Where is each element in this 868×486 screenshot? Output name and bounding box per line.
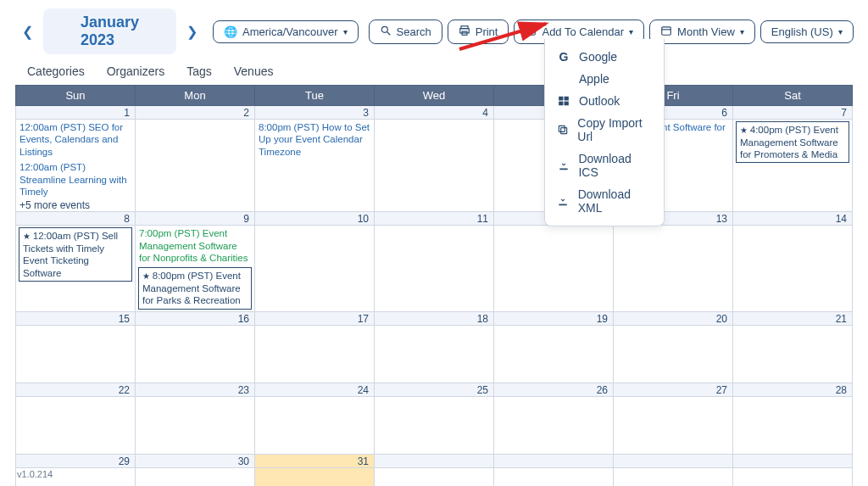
day-cell[interactable] xyxy=(136,467,255,486)
calendar-event[interactable]: 12:00am (PST) Streamline Learning with T… xyxy=(16,159,135,199)
menu-google[interactable]: G Google xyxy=(545,46,664,68)
day-number-cell[interactable]: 23 xyxy=(136,383,255,396)
filter-tags[interactable]: Tags xyxy=(186,64,212,78)
day-cell[interactable] xyxy=(136,325,255,383)
menu-outlook[interactable]: Outlook xyxy=(545,90,664,112)
next-month-button[interactable]: ❯ xyxy=(181,20,203,43)
day-number-cell[interactable]: 8 xyxy=(16,212,136,226)
day-cell[interactable] xyxy=(16,325,136,383)
menu-copy-url[interactable]: Copy Import Url xyxy=(545,112,664,148)
current-month-title[interactable]: January 2023 xyxy=(43,8,176,54)
day-number-cell[interactable]: 25 xyxy=(375,383,494,396)
day-cell[interactable] xyxy=(733,467,853,486)
day-number-cell[interactable]: 2 xyxy=(136,106,255,120)
day-number-cell[interactable]: 14 xyxy=(733,212,853,226)
day-number-cell[interactable]: 20 xyxy=(614,311,733,325)
day-number-cell[interactable]: 21 xyxy=(733,311,853,325)
search-button[interactable]: Search xyxy=(369,20,442,44)
day-cell[interactable]: 12:00am (PST) SEO for Events, Calendars … xyxy=(16,120,136,212)
day-cell[interactable]: 12:00am (PST) Sell Tickets with Timely E… xyxy=(16,226,136,311)
day-number-cell[interactable]: 31 xyxy=(255,454,375,467)
calendar-event[interactable]: 12:00am (PST) SEO for Events, Calendars … xyxy=(16,120,135,159)
day-number-cell[interactable] xyxy=(733,454,853,467)
filter-organizers[interactable]: Organizers xyxy=(107,64,164,78)
print-icon xyxy=(459,25,470,39)
day-number-cell[interactable]: 10 xyxy=(255,212,375,226)
windows-icon xyxy=(557,95,570,107)
day-cell[interactable] xyxy=(375,467,494,486)
calendar-event[interactable]: 8:00pm (PST) Event Management Software f… xyxy=(138,267,252,309)
day-number-cell[interactable]: 18 xyxy=(375,311,494,325)
calendar-event[interactable]: 12:00am (PST) Sell Tickets with Timely E… xyxy=(19,227,132,282)
day-number-cell[interactable]: 22 xyxy=(16,383,136,396)
day-number-cell[interactable]: 9 xyxy=(136,212,255,226)
day-number-cell[interactable]: 16 xyxy=(136,311,255,325)
menu-download-xml[interactable]: Download XML xyxy=(545,183,664,219)
day-cell[interactable] xyxy=(16,396,136,454)
day-cell[interactable] xyxy=(614,325,733,383)
calendar-grid: SunMonTueWedThuFriSat 123456712:00am (PS… xyxy=(15,85,853,486)
day-cell[interactable] xyxy=(375,396,494,454)
language-selector[interactable]: English (US) ▾ xyxy=(760,20,854,43)
day-number-cell[interactable]: 1 xyxy=(16,106,136,120)
menu-download-ics[interactable]: Download ICS xyxy=(545,148,664,183)
language-label: English (US) xyxy=(771,25,833,38)
day-number-cell[interactable]: 19 xyxy=(494,311,614,325)
toolbar: ❮ January 2023 ❯ 🌐 America/Vancouver ▾ S… xyxy=(0,0,868,58)
day-cell[interactable] xyxy=(255,396,375,454)
day-number-cell[interactable]: 17 xyxy=(255,311,375,325)
day-number-cell[interactable]: 27 xyxy=(614,383,733,396)
svg-point-0 xyxy=(381,26,387,32)
view-selector[interactable]: Month View ▾ xyxy=(649,20,755,44)
filter-venues[interactable]: Venues xyxy=(234,64,274,78)
chevron-down-icon: ▾ xyxy=(740,27,744,36)
day-cell[interactable] xyxy=(494,467,614,486)
day-cell[interactable] xyxy=(136,396,255,454)
calendar-event[interactable]: 7:00pm (PST) Event Management Software f… xyxy=(136,226,254,265)
day-cell[interactable]: 8:00pm (PST) How to Set Up your Event Ca… xyxy=(255,120,375,212)
day-cell[interactable]: 4:00pm (PST) Event Management Software f… xyxy=(733,120,853,212)
day-number-cell[interactable] xyxy=(375,454,494,467)
print-button[interactable]: Print xyxy=(448,20,509,44)
search-icon xyxy=(380,25,392,39)
day-number-cell[interactable]: 30 xyxy=(136,454,255,467)
day-cell[interactable] xyxy=(494,396,614,454)
filter-categories[interactable]: Categories xyxy=(27,64,85,78)
day-cell[interactable] xyxy=(375,325,494,383)
day-number-cell[interactable] xyxy=(614,454,733,467)
day-number-cell[interactable]: 28 xyxy=(733,383,853,396)
menu-apple[interactable]: Apple xyxy=(545,68,664,90)
day-cell[interactable] xyxy=(255,325,375,383)
day-cell[interactable]: 7:00pm (PST) Event Management Software f… xyxy=(136,226,255,311)
day-cell[interactable] xyxy=(614,467,733,486)
day-number-cell[interactable]: 7 xyxy=(733,106,853,120)
svg-rect-15 xyxy=(561,128,567,134)
day-number-cell[interactable] xyxy=(494,454,614,467)
day-cell[interactable] xyxy=(733,325,853,383)
more-events-link[interactable]: +5 more events xyxy=(16,199,135,211)
day-number-cell[interactable]: 26 xyxy=(494,383,614,396)
day-number-cell[interactable]: 4 xyxy=(375,106,494,120)
prev-month-button[interactable]: ❮ xyxy=(17,20,38,43)
day-cell[interactable] xyxy=(733,396,853,454)
day-cell[interactable] xyxy=(494,325,614,383)
calendar-event[interactable]: 8:00pm (PST) How to Set Up your Event Ca… xyxy=(255,120,374,159)
day-cell[interactable] xyxy=(494,226,614,311)
timezone-selector[interactable]: 🌐 America/Vancouver ▾ xyxy=(213,20,358,43)
day-cell[interactable] xyxy=(136,120,255,212)
day-cell[interactable] xyxy=(614,396,733,454)
google-icon: G xyxy=(557,50,570,64)
day-cell[interactable] xyxy=(255,467,375,486)
day-number-cell[interactable]: 3 xyxy=(255,106,375,120)
day-cell[interactable] xyxy=(614,226,733,311)
day-cell[interactable] xyxy=(375,120,494,212)
day-cell[interactable] xyxy=(733,226,853,311)
day-number-cell[interactable]: 24 xyxy=(255,383,375,396)
menu-google-label: Google xyxy=(579,50,617,64)
day-number-cell[interactable]: 15 xyxy=(16,311,136,325)
day-cell[interactable] xyxy=(375,226,494,311)
calendar-event[interactable]: 4:00pm (PST) Event Management Software f… xyxy=(736,121,849,163)
day-cell[interactable] xyxy=(255,226,375,311)
day-number-cell[interactable]: 29 xyxy=(16,454,136,467)
day-number-cell[interactable]: 11 xyxy=(375,212,494,226)
